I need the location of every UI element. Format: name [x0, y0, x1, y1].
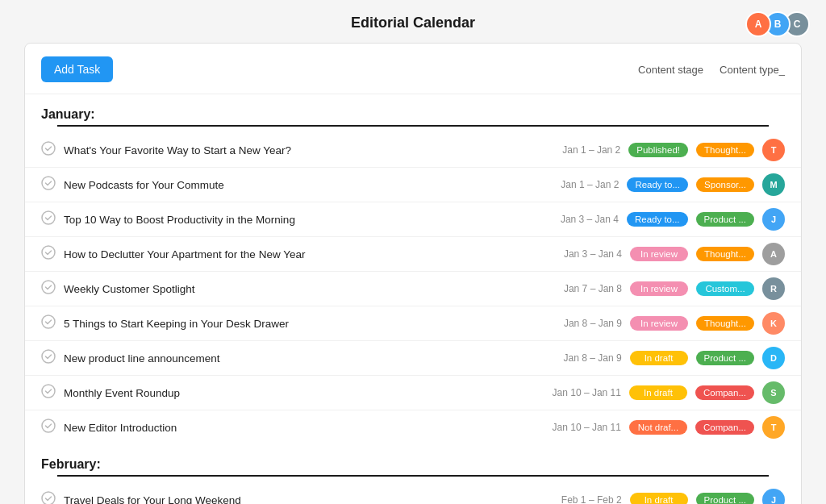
- table-row[interactable]: New Editor IntroductionJan 10 – Jan 11No…: [25, 410, 801, 444]
- status-badge[interactable]: In draft: [630, 351, 688, 365]
- app-container: Editorial Calendar A B C Add Task Conten…: [0, 0, 826, 504]
- svg-point-5: [42, 315, 55, 328]
- status-badge[interactable]: Ready to...: [627, 177, 688, 192]
- table-row[interactable]: Top 10 Way to Boost Productivity in the …: [25, 202, 801, 237]
- task-name: New Editor Introduction: [64, 422, 532, 434]
- type-badge[interactable]: Compan...: [695, 385, 754, 400]
- avatar: K: [762, 312, 785, 335]
- avatar: D: [762, 347, 785, 369]
- check-icon: [41, 491, 56, 504]
- table-row[interactable]: 5 Things to Start Keeping in Your Desk D…: [25, 306, 801, 341]
- section-divider-january: [57, 125, 769, 127]
- filter-labels: Content stage Content type_: [638, 64, 785, 76]
- avatar: J: [762, 208, 785, 231]
- status-badge[interactable]: In review: [630, 281, 688, 296]
- status-badge[interactable]: In draft: [630, 493, 688, 504]
- table-row[interactable]: How to Declutter Your Apartment for the …: [25, 237, 801, 272]
- section-divider-february: [57, 475, 769, 477]
- table-row[interactable]: What's Your Favorite Way to Start a New …: [25, 133, 801, 168]
- task-name: Top 10 Way to Boost Productivity in the …: [64, 214, 530, 226]
- task-dates: Jan 10 – Jan 11: [540, 387, 621, 398]
- check-icon: [41, 419, 56, 436]
- svg-point-8: [42, 419, 55, 432]
- type-badge[interactable]: Product ...: [696, 493, 754, 504]
- task-dates: Jan 3 – Jan 4: [538, 214, 619, 225]
- table-row[interactable]: Monthly Event RoundupJan 10 – Jan 11In d…: [25, 376, 801, 410]
- task-dates: Jan 3 – Jan 4: [541, 248, 622, 260]
- type-badge[interactable]: Compan...: [695, 420, 754, 435]
- task-name: Monthly Event Roundup: [64, 387, 532, 399]
- table-row[interactable]: Travel Deals for Your Long WeekendFeb 1 …: [25, 483, 801, 504]
- svg-point-7: [42, 385, 55, 398]
- type-badge[interactable]: Custom...: [696, 281, 754, 296]
- svg-point-3: [42, 246, 55, 259]
- task-name: New Podcasts for Your Commute: [64, 179, 530, 191]
- avatar: A: [762, 243, 785, 265]
- section-header-january: January:: [25, 94, 801, 133]
- svg-point-0: [42, 142, 55, 155]
- status-badge[interactable]: Ready to...: [627, 212, 688, 227]
- type-badge[interactable]: Thought...: [696, 247, 754, 261]
- svg-point-1: [42, 177, 55, 190]
- task-name: Weekly Customer Spotlight: [64, 283, 533, 295]
- type-badge[interactable]: Product ...: [696, 212, 754, 227]
- toolbar: Add Task Content stage Content type_: [25, 56, 801, 94]
- section-february: February: Travel Deals for Your Long Wee…: [25, 444, 801, 504]
- check-icon: [41, 280, 56, 298]
- check-icon: [41, 141, 56, 159]
- task-name: Travel Deals for Your Long Weekend: [64, 494, 533, 505]
- type-badge[interactable]: Thought...: [696, 316, 754, 331]
- section-january: January: What's Your Favorite Way to Sta…: [25, 94, 801, 444]
- add-task-button[interactable]: Add Task: [41, 56, 113, 82]
- check-icon: [41, 384, 56, 402]
- avatar: M: [762, 173, 785, 196]
- task-dates: Jan 8 – Jan 9: [541, 352, 622, 364]
- task-dates: Jan 10 – Jan 11: [540, 422, 621, 433]
- page-title: Editorial Calendar: [351, 15, 475, 31]
- avatar: T: [762, 416, 785, 439]
- check-icon: [41, 176, 56, 194]
- task-dates: Feb 1 – Feb 2: [541, 494, 622, 504]
- header: Editorial Calendar A B C: [0, 0, 826, 43]
- svg-point-9: [42, 492, 55, 504]
- main-content: Add Task Content stage Content type_ Jan…: [24, 43, 802, 504]
- type-badge[interactable]: Sponsor...: [696, 177, 754, 192]
- task-dates: Jan 7 – Jan 8: [541, 283, 622, 294]
- section-title-january: January:: [41, 107, 785, 122]
- table-row[interactable]: New Podcasts for Your CommuteJan 1 – Jan…: [25, 168, 801, 202]
- section-title-february: February:: [41, 457, 785, 472]
- svg-point-2: [42, 211, 55, 224]
- check-icon: [41, 210, 56, 228]
- check-icon: [41, 314, 56, 332]
- status-badge[interactable]: In review: [630, 316, 688, 331]
- content-stage-filter[interactable]: Content stage: [638, 64, 703, 76]
- type-badge[interactable]: Product ...: [696, 351, 754, 365]
- avatar-1[interactable]: A: [745, 11, 771, 37]
- svg-point-6: [42, 350, 55, 363]
- task-dates: Jan 8 – Jan 9: [541, 318, 622, 329]
- task-name: 5 Things to Start Keeping in Your Desk D…: [64, 318, 533, 330]
- type-badge[interactable]: Thought...: [696, 143, 754, 157]
- task-name: What's Your Favorite Way to Start a New …: [64, 144, 532, 156]
- section-header-february: February:: [25, 444, 801, 483]
- status-badge[interactable]: In review: [630, 247, 688, 261]
- status-badge[interactable]: In draft: [629, 385, 687, 400]
- task-name: New product line announcement: [64, 352, 533, 364]
- avatar: J: [762, 489, 785, 504]
- header-avatars: A B C: [745, 11, 810, 37]
- check-icon: [41, 349, 56, 367]
- content-type-filter[interactable]: Content type_: [720, 64, 785, 76]
- avatar: T: [762, 139, 785, 161]
- table-row[interactable]: Weekly Customer SpotlightJan 7 – Jan 8In…: [25, 272, 801, 306]
- status-badge[interactable]: Not draf...: [629, 420, 687, 435]
- status-badge[interactable]: Published!: [628, 143, 688, 157]
- check-icon: [41, 245, 56, 263]
- task-name: How to Declutter Your Apartment for the …: [64, 248, 533, 260]
- avatar: R: [762, 277, 785, 300]
- task-dates: Jan 1 – Jan 2: [538, 179, 619, 190]
- table-row[interactable]: New product line announcementJan 8 – Jan…: [25, 341, 801, 376]
- svg-point-4: [42, 281, 55, 294]
- task-dates: Jan 1 – Jan 2: [540, 144, 620, 156]
- sections-container: January: What's Your Favorite Way to Sta…: [25, 94, 801, 504]
- avatar: S: [762, 381, 785, 404]
